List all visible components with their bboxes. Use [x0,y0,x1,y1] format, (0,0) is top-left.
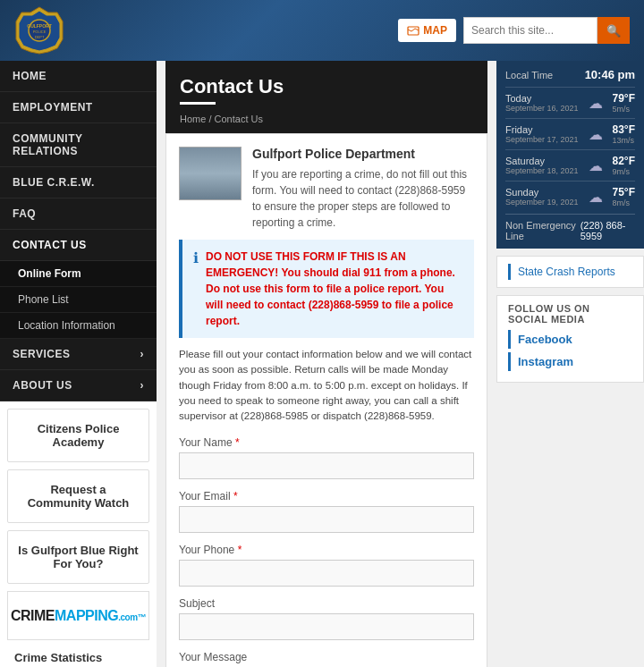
name-label: Your Name * [179,436,474,449]
search-input[interactable] [463,17,597,44]
left-sidebar: HOME EMPLOYMENT COMMUNITY RELATIONS BLUE… [0,61,157,667]
phone-field-group: Your Phone * [179,544,474,587]
site-header: GULFPORT POLICE DEPT MAP 🔍 [0,0,644,61]
weather-row-today: Today September 16, 2021 ☁ 79°F 5m/s [505,87,635,118]
alert-bold-text: DO NOT USE THIS FORM IF THIS IS AN EMERG… [206,250,455,327]
crime-mapping-card[interactable]: CRIMEMAPPING.com™ [7,591,149,640]
sidebar-item-home[interactable]: HOME [0,61,157,92]
email-input[interactable] [179,506,474,533]
weather-header: Local Time 10:46 pm [505,68,635,81]
header-right: MAP 🔍 [398,17,630,44]
svg-text:GULFPORT: GULFPORT [27,23,52,29]
breadcrumb-home[interactable]: Home [180,114,206,124]
email-label: Your Email * [179,490,474,502]
weather-day-saturday: Saturday September 18, 2021 [505,156,579,175]
dept-info-box: Gulfport Police Department If you are re… [165,133,487,667]
info-icon: ℹ [193,249,199,266]
social-title: FOLLOW US ON SOCIAL MEDIA [508,303,632,325]
dept-description: If you are reporting a crime, do not fil… [252,166,474,231]
map-label: MAP [423,24,447,37]
weather-day-sunday: Sunday September 19, 2021 [505,187,579,207]
weather-icon-saturday: ☁ [589,157,603,174]
search-bar: 🔍 [463,17,630,44]
svg-rect-6 [408,27,419,35]
blue-right-card[interactable]: Is Gulfport Blue Right For You? [7,530,149,584]
local-time-label: Local Time [505,70,553,80]
weather-day-friday: Friday September 17, 2021 [505,124,579,144]
phone-label: Your Phone * [179,544,474,556]
weather-widget: Local Time 10:46 pm Today September 16, … [496,61,644,249]
sidebar-item-faq[interactable]: FAQ [0,198,157,230]
dept-text: Gulfport Police Department If you are re… [252,147,474,231]
sidebar-item-community-relations[interactable]: COMMUNITY RELATIONS [0,123,157,167]
form-intro-text: Please fill out your contact information… [179,347,474,424]
search-button[interactable]: 🔍 [597,17,630,44]
email-field-group: Your Email * [179,490,474,533]
weather-row-sunday: Sunday September 19, 2021 ☁ 75°F 8m/s [505,181,635,212]
sidebar-item-employment[interactable]: EMPLOYMENT [0,92,157,123]
svg-text:POLICE: POLICE [33,30,47,34]
weather-row-saturday: Saturday September 18, 2021 ☁ 82°F 9m/s [505,149,635,181]
message-field-group: Your Message [179,651,474,667]
weather-icon-today: ☁ [589,95,603,112]
svg-text:DEPT: DEPT [35,35,45,39]
contact-form: Your Name * Your Email * Your Phone * [179,436,474,667]
map-icon [407,24,419,37]
sidebar-item-contact-us[interactable]: CONTACT US [0,230,157,261]
sidebar-item-blue-crew[interactable]: BLUE C.R.E.W. [0,167,157,198]
instagram-link[interactable]: Instagram [508,352,632,371]
right-sidebar: Local Time 10:46 pm Today September 16, … [496,61,644,667]
crash-reports-box: State Crash Reports [496,256,644,288]
sidebar-sub-location[interactable]: Location Information [0,313,157,339]
state-crash-reports-link[interactable]: State Crash Reports [508,264,632,280]
weather-icon-friday: ☁ [589,126,603,143]
name-input[interactable] [179,452,474,479]
weather-icon-sunday: ☁ [589,189,603,206]
header-underline [180,102,216,105]
sidebar-nav: HOME EMPLOYMENT COMMUNITY RELATIONS BLUE… [0,61,157,401]
dept-image [179,147,242,200]
emergency-alert: ℹ DO NOT USE THIS FORM IF THIS IS AN EME… [179,240,474,338]
weather-row-friday: Friday September 17, 2021 ☁ 83°F 13m/s [505,118,635,149]
weather-day-today: Today September 16, 2021 [505,93,579,113]
citizens-academy-card[interactable]: Citizens Police Academy [7,409,149,462]
sidebar-sub-online-form[interactable]: Online Form [0,261,157,287]
page-title: Contact Us [180,75,473,98]
emergency-label: Non Emergency Line [505,220,580,241]
dept-info: Gulfport Police Department If you are re… [179,147,474,231]
weather-temp-friday: 83°F 13m/s [613,123,635,145]
weather-temp-sunday: 75°F 8m/s [613,186,635,207]
emergency-number: (228) 868-5959 [580,220,635,241]
community-watch-card[interactable]: Request a Community Watch [7,469,149,523]
social-media-section: FOLLOW US ON SOCIAL MEDIA Facebook Insta… [496,295,644,383]
sidebar-item-about[interactable]: ABOUT US › [0,370,157,401]
current-time: 10:46 pm [585,68,635,81]
subject-input[interactable] [179,613,474,640]
sidebar-item-services[interactable]: SERVICES › [0,339,157,370]
name-field-group: Your Name * [179,436,474,479]
emergency-line: Non Emergency Line (228) 868-5959 [505,214,635,241]
map-button[interactable]: MAP [398,19,456,42]
facebook-link[interactable]: Facebook [508,330,632,349]
phone-input[interactable] [179,560,474,587]
sidebar-sub-phone-list[interactable]: Phone List [0,287,157,313]
subject-field-group: Subject [179,597,474,640]
page-layout: HOME EMPLOYMENT COMMUNITY RELATIONS BLUE… [0,61,644,667]
police-badge-logo: GULFPORT POLICE DEPT [14,5,64,55]
main-content: Contact Us Home / Contact Us Gulfport Po… [157,61,496,667]
sidebar-cards: Citizens Police Academy Request a Commun… [0,401,157,667]
subject-label: Subject [179,597,474,610]
weather-temp-saturday: 82°F 9m/s [613,155,635,176]
message-label: Your Message [179,651,474,663]
breadcrumb: Home / Contact Us [180,110,473,124]
crime-stats-title: Crime Statistics [7,647,149,667]
crime-mapping-logo: CRIMEMAPPING.com™ [11,608,146,624]
weather-temp-today: 79°F 5m/s [613,92,635,114]
dept-name: Gulfport Police Department [252,147,474,161]
page-header: Contact Us Home / Contact Us [165,61,487,133]
alert-text: DO NOT USE THIS FORM IF THIS IS AN EMERG… [206,249,463,329]
